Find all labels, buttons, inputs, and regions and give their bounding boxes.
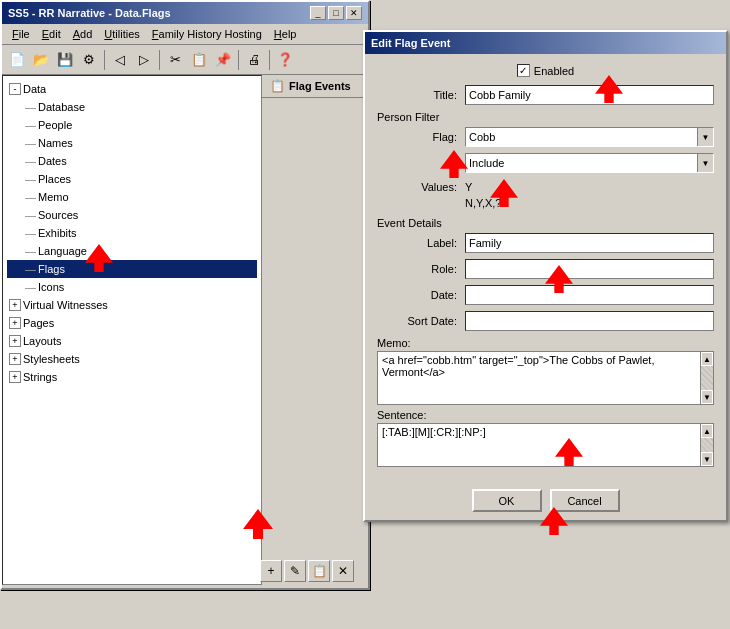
content-area: - Data — Database — People — Names — (2, 75, 368, 585)
sentence-scroll-track (701, 438, 713, 452)
flag-combo-value: Cobb (466, 131, 697, 143)
tree-item-exhibits[interactable]: — Exhibits (7, 224, 257, 242)
edit-flag-dialog: Edit Flag Event ✓ Enabled Title: Person … (363, 30, 728, 522)
enabled-row: ✓ Enabled (377, 64, 714, 77)
tree-item-database[interactable]: — Database (7, 98, 257, 116)
expander-data[interactable]: - (9, 83, 21, 95)
toolbar-separator-3 (238, 50, 239, 70)
settings-button[interactable]: ⚙ (78, 49, 100, 71)
include-combo[interactable]: Include ▼ (465, 153, 714, 173)
tree-item-places[interactable]: — Places (7, 170, 257, 188)
sentence-text: [:TAB:][M][:CR:][:NP:] (377, 423, 700, 467)
close-button[interactable]: ✕ (346, 6, 362, 20)
expander-stylesheets[interactable]: + (9, 353, 21, 365)
sentence-label: Sentence: (377, 409, 714, 421)
tree-panel[interactable]: - Data — Database — People — Names — (2, 75, 262, 585)
expander-layouts[interactable]: + (9, 335, 21, 347)
dialog-content: ✓ Enabled Title: Person Filter Flag: Cob… (365, 54, 726, 481)
cut-button[interactable]: ✂ (164, 49, 186, 71)
menu-file[interactable]: File (6, 26, 36, 42)
tree-item-flags[interactable]: — Flags (7, 260, 257, 278)
title-bar-buttons: _ □ ✕ (310, 6, 362, 20)
title-input[interactable] (465, 85, 714, 105)
sentence-scroll-down[interactable]: ▼ (701, 452, 713, 466)
print-button[interactable]: 🖨 (243, 49, 265, 71)
menu-family-history[interactable]: Family History Hosting (146, 26, 268, 42)
edit-item-button[interactable]: ✎ (284, 560, 306, 582)
toolbar-separator-1 (104, 50, 105, 70)
menu-add[interactable]: Add (67, 26, 99, 42)
tree-item-language[interactable]: — Language (7, 242, 257, 260)
sort-date-label: Sort Date: (377, 315, 457, 327)
help-icon-button[interactable]: ❓ (274, 49, 296, 71)
new-button[interactable]: 📄 (6, 49, 28, 71)
main-title: SS5 - RR Narrative - Data.Flags (8, 7, 171, 19)
values-line-2: N,Y,X,? (465, 195, 714, 211)
flag-events-label: Flag Events (289, 80, 351, 92)
flag-events-icon: 📋 (270, 79, 285, 93)
enabled-checkbox[interactable]: ✓ (517, 64, 530, 77)
tree-item-sources[interactable]: — Sources (7, 206, 257, 224)
role-input[interactable] (465, 259, 714, 279)
tree-item-people[interactable]: — People (7, 116, 257, 134)
flag-events-header: 📋 Flag Events (262, 75, 368, 98)
bottom-toolbar: + ✎ 📋 ✕ (258, 557, 368, 585)
dialog-title-bar: Edit Flag Event (365, 32, 726, 54)
tree-item-icons[interactable]: — Icons (7, 278, 257, 296)
memo-label: Memo: (377, 337, 714, 349)
label-field-label: Label: (377, 237, 457, 249)
memo-scroll-up[interactable]: ▲ (701, 352, 713, 366)
expander-strings[interactable]: + (9, 371, 21, 383)
add-item-button[interactable]: + (260, 560, 282, 582)
paste-button[interactable]: 📌 (212, 49, 234, 71)
delete-item-button[interactable]: ✕ (332, 560, 354, 582)
flag-combo[interactable]: Cobb ▼ (465, 127, 714, 147)
menu-utilities[interactable]: Utilities (98, 26, 145, 42)
memo-section: Memo: <a href="cobb.htm" target="_top">T… (377, 337, 714, 405)
tree-item-memo[interactable]: — Memo (7, 188, 257, 206)
copy-button[interactable]: 📋 (188, 49, 210, 71)
values-label: Values: (377, 179, 457, 193)
cancel-button[interactable]: Cancel (550, 489, 620, 512)
dialog-buttons: OK Cancel (365, 481, 726, 520)
sentence-scroll-up[interactable]: ▲ (701, 424, 713, 438)
sort-date-input[interactable] (465, 311, 714, 331)
date-input[interactable] (465, 285, 714, 305)
save-button[interactable]: 💾 (54, 49, 76, 71)
right-panel: 📋 Flag Events + ✎ 📋 ✕ (262, 75, 368, 585)
menu-help[interactable]: Help (268, 26, 303, 42)
include-combo-arrow[interactable]: ▼ (697, 154, 713, 172)
role-row: Role: (377, 259, 714, 279)
ok-button[interactable]: OK (472, 489, 542, 512)
tree-item-data[interactable]: - Data (7, 80, 257, 98)
memo-scroll-down[interactable]: ▼ (701, 390, 713, 404)
include-row: Include ▼ (377, 153, 714, 173)
tree-item-names[interactable]: — Names (7, 134, 257, 152)
minimize-button[interactable]: _ (310, 6, 326, 20)
copy-item-button[interactable]: 📋 (308, 560, 330, 582)
tree-item-stylesheets[interactable]: + Stylesheets (7, 350, 257, 368)
expander-pages[interactable]: + (9, 317, 21, 329)
maximize-button[interactable]: □ (328, 6, 344, 20)
tree-item-strings[interactable]: + Strings (7, 368, 257, 386)
tree-item-layouts[interactable]: + Layouts (7, 332, 257, 350)
tree-item-dates[interactable]: — Dates (7, 152, 257, 170)
title-row: Title: (377, 85, 714, 105)
back-button[interactable]: ◁ (109, 49, 131, 71)
label-field-input[interactable] (465, 233, 714, 253)
forward-button[interactable]: ▷ (133, 49, 155, 71)
memo-scrollbar[interactable]: ▲ ▼ (700, 351, 714, 405)
open-button[interactable]: 📂 (30, 49, 52, 71)
menu-edit[interactable]: Edit (36, 26, 67, 42)
tree-item-pages[interactable]: + Pages (7, 314, 257, 332)
sentence-scrollbar[interactable]: ▲ ▼ (700, 423, 714, 467)
toolbar-separator-2 (159, 50, 160, 70)
values-row: Values: Y N,Y,X,? (377, 179, 714, 211)
title-label: Title: (377, 89, 457, 101)
tree-item-virtual-witnesses[interactable]: + Virtual Witnesses (7, 296, 257, 314)
sentence-section: Sentence: [:TAB:][M][:CR:][:NP:] ▲ ▼ (377, 409, 714, 467)
enabled-label: Enabled (534, 65, 574, 77)
sentence-container: [:TAB:][M][:CR:][:NP:] ▲ ▼ (377, 423, 714, 467)
expander-vw[interactable]: + (9, 299, 21, 311)
flag-combo-arrow[interactable]: ▼ (697, 128, 713, 146)
